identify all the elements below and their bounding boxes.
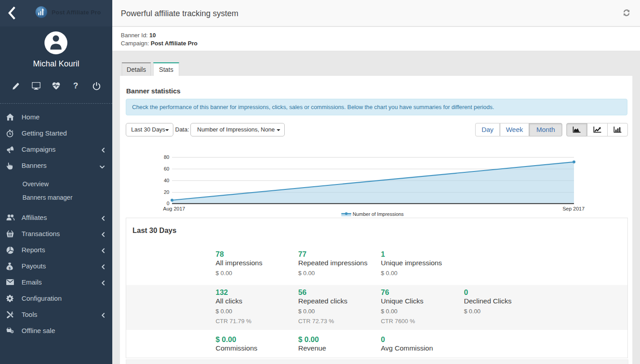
- svg-text:0: 0: [167, 201, 169, 206]
- svg-text:60: 60: [164, 166, 169, 171]
- svg-text:80: 80: [164, 154, 169, 160]
- svg-text:20: 20: [164, 189, 169, 195]
- svg-text:$: $: [9, 266, 11, 270]
- svg-text:Sep 2017: Sep 2017: [562, 206, 584, 211]
- svg-text:Aug 2017: Aug 2017: [163, 206, 185, 211]
- svg-text:40: 40: [164, 178, 169, 183]
